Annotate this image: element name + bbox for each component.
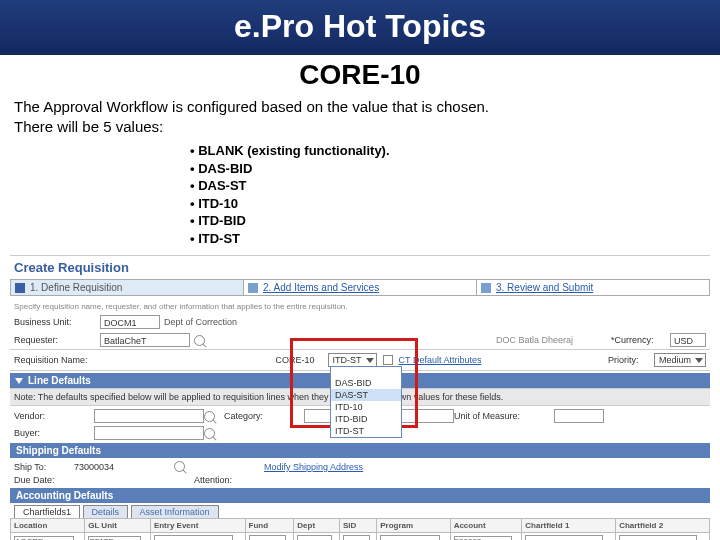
values-list: • BLANK (existing functionality). • DAS-… bbox=[0, 138, 720, 255]
step-review-submit[interactable]: 3. Review and Submit bbox=[477, 280, 709, 295]
lookup-icon[interactable] bbox=[204, 428, 215, 439]
value-item: • ITD-ST bbox=[190, 230, 720, 248]
table-header-row: Location GL Unit Entry Event Fund Dept S… bbox=[11, 519, 710, 533]
value-item: • DAS-BID bbox=[190, 160, 720, 178]
label-shipto: Ship To: bbox=[14, 462, 74, 472]
wizard-steps: 1. Define Requisition 2. Add Items and S… bbox=[10, 279, 710, 296]
label-business-unit: Business Unit: bbox=[14, 317, 96, 327]
input-uom[interactable] bbox=[554, 409, 604, 423]
intro-text: Specify requisition name, requester, and… bbox=[10, 300, 710, 313]
value-item: • DAS-ST bbox=[190, 177, 720, 195]
input-bu[interactable]: DOCM1 bbox=[100, 315, 160, 329]
tab-chartfields[interactable]: Chartfields1 bbox=[14, 505, 80, 518]
col-cf1: Chartfield 1 bbox=[522, 519, 616, 533]
cell-dept[interactable] bbox=[297, 535, 332, 540]
label-currency-corner: DOC Batla Dheeraj bbox=[496, 335, 573, 345]
dropdown-option[interactable]: DAS-ST bbox=[331, 389, 401, 401]
cell-cf1[interactable] bbox=[525, 535, 603, 540]
cell-sid[interactable] bbox=[343, 535, 370, 540]
priority-dropdown[interactable]: Medium bbox=[654, 353, 706, 367]
label-duedate: Due Date: bbox=[14, 475, 74, 485]
label-vendor: Vendor: bbox=[14, 411, 94, 421]
label-req-name: Requisition Name: bbox=[14, 355, 88, 365]
dropdown-option[interactable]: ITD-BID bbox=[331, 413, 401, 425]
col-fund: Fund bbox=[245, 519, 294, 533]
label-attention: Attention: bbox=[194, 475, 264, 485]
chevron-down-icon bbox=[695, 358, 703, 363]
description-line2: There will be 5 values: bbox=[14, 117, 706, 137]
chevron-down-icon bbox=[366, 358, 374, 363]
accounting-defaults-header[interactable]: Accounting Defaults bbox=[10, 488, 710, 503]
priority-value: Medium bbox=[659, 355, 691, 365]
label-buyer: Buyer: bbox=[14, 428, 94, 438]
step-icon bbox=[481, 283, 491, 293]
dropdown-option[interactable]: ITD-ST bbox=[331, 425, 401, 437]
link-default-attributes[interactable]: CT Default Attributes bbox=[399, 355, 482, 365]
step-label: 3. Review and Submit bbox=[496, 282, 593, 293]
core10-dropdown[interactable]: ITD-ST bbox=[328, 353, 377, 367]
link-modify-shipping[interactable]: Modify Shipping Address bbox=[264, 462, 464, 472]
row-req-name: Requisition Name: CORE-10 ITD-ST CT Defa… bbox=[10, 349, 710, 371]
label-priority: Priority: bbox=[608, 355, 648, 365]
header-label: Line Defaults bbox=[28, 375, 91, 386]
expand-icon bbox=[15, 378, 23, 384]
cell-location[interactable]: AGCRE bbox=[14, 536, 74, 540]
col-location: Location bbox=[11, 519, 85, 533]
tab-details[interactable]: Details bbox=[83, 505, 129, 518]
description-block: The Approval Workflow is configured base… bbox=[0, 91, 720, 138]
label-category: Category: bbox=[224, 411, 304, 421]
app-screenshot: Create Requisition 1. Define Requisition… bbox=[10, 255, 710, 540]
cell-glunit[interactable]: STATE bbox=[88, 536, 141, 540]
bu-description: Dept of Correction bbox=[164, 317, 237, 327]
col-dept: Dept bbox=[294, 519, 340, 533]
step-define-requisition[interactable]: 1. Define Requisition bbox=[11, 280, 244, 295]
tab-asset[interactable]: Asset Information bbox=[131, 505, 219, 518]
dropdown-option[interactable]: DAS-BID bbox=[331, 377, 401, 389]
col-account: Account bbox=[450, 519, 522, 533]
create-requisition-title: Create Requisition bbox=[10, 256, 710, 277]
label-currency: *Currency: bbox=[611, 335, 666, 345]
value-item: • ITD-BID bbox=[190, 212, 720, 230]
input-vendor[interactable] bbox=[94, 409, 204, 423]
input-requester[interactable]: BatlaCheT bbox=[100, 333, 190, 347]
row-business-unit: Business Unit: DOCM1 Dept of Correction bbox=[10, 313, 710, 331]
header-label: Accounting Defaults bbox=[16, 490, 113, 501]
core10-selected-value: ITD-ST bbox=[333, 355, 362, 365]
col-entryevent: Entry Event bbox=[150, 519, 245, 533]
step-icon bbox=[15, 283, 25, 293]
step-add-items[interactable]: 2. Add Items and Services bbox=[244, 280, 477, 295]
value-item: • BLANK (existing functionality). bbox=[190, 142, 720, 160]
input-buyer[interactable] bbox=[94, 426, 204, 440]
cell-program[interactable] bbox=[380, 535, 440, 540]
core10-dropdown-list[interactable]: DAS-BID DAS-ST ITD-10 ITD-BID ITD-ST bbox=[330, 366, 402, 438]
input-currency[interactable]: USD bbox=[670, 333, 706, 347]
row-requester: Requester: BatlaCheT DOC Batla Dheeraj *… bbox=[10, 331, 710, 349]
accounting-table: Location GL Unit Entry Event Fund Dept S… bbox=[10, 518, 710, 540]
cell-entryevent[interactable] bbox=[154, 535, 233, 540]
step-label: 2. Add Items and Services bbox=[263, 282, 379, 293]
cell-cf2[interactable] bbox=[619, 535, 697, 540]
col-cf2: Chartfield 2 bbox=[616, 519, 710, 533]
input-shipto[interactable]: 73000034 bbox=[74, 462, 174, 472]
col-glunit: GL Unit bbox=[85, 519, 151, 533]
cell-fund[interactable] bbox=[249, 535, 287, 540]
col-program: Program bbox=[377, 519, 450, 533]
step-icon bbox=[248, 283, 258, 293]
lookup-icon[interactable] bbox=[204, 411, 215, 422]
value-item: • ITD-10 bbox=[190, 195, 720, 213]
shipping-defaults-header[interactable]: Shipping Defaults bbox=[10, 443, 710, 458]
description-line1: The Approval Workflow is configured base… bbox=[14, 97, 706, 117]
label-core10: CORE-10 bbox=[276, 355, 322, 365]
dropdown-option[interactable]: ITD-10 bbox=[331, 401, 401, 413]
lookup-icon[interactable] bbox=[194, 335, 205, 346]
acct-tabs: Chartfields1 Details Asset Information bbox=[10, 503, 710, 518]
dropdown-option[interactable] bbox=[331, 367, 401, 377]
cell-account[interactable]: 500002 bbox=[454, 536, 512, 540]
label-uom: Unit of Measure: bbox=[454, 411, 554, 421]
slide-title-sub: CORE-10 bbox=[0, 59, 720, 91]
col-sid: SID bbox=[339, 519, 376, 533]
lookup-icon[interactable] bbox=[174, 461, 185, 472]
checkbox-default-attr[interactable] bbox=[383, 355, 393, 365]
step-label: 1. Define Requisition bbox=[30, 282, 122, 293]
title-banner: e.Pro Hot Topics bbox=[0, 0, 720, 55]
